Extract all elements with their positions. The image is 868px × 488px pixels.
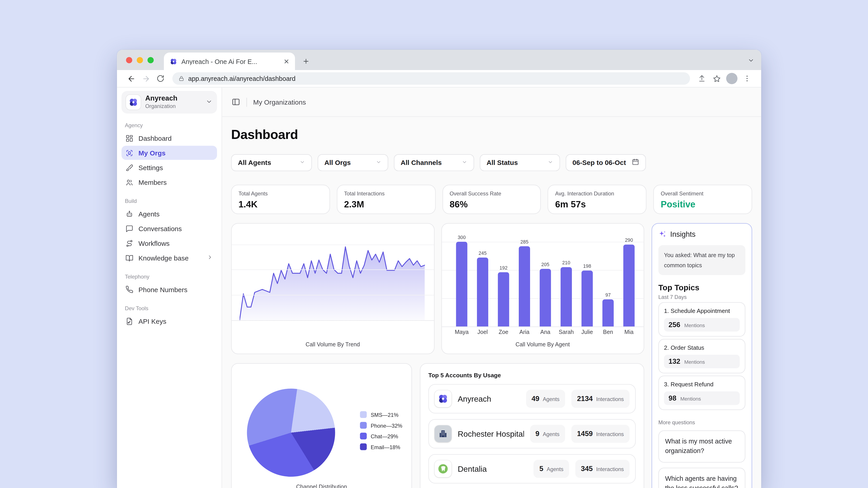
back-button[interactable] xyxy=(124,71,138,86)
bar-slot: 97Ben xyxy=(598,224,619,354)
topic-name: 2. Order Status xyxy=(664,344,740,351)
sidebar-item-api-keys[interactable]: API Keys xyxy=(122,314,217,328)
interactions-pill: 2134 Interactions xyxy=(571,390,629,408)
page-title: Dashboard xyxy=(231,127,752,142)
forward-button[interactable] xyxy=(138,71,153,86)
sidebar-item-members[interactable]: Members xyxy=(122,175,217,189)
suggested-question-1[interactable]: What is my most active organization? xyxy=(658,430,745,462)
bar-category-label: Maya xyxy=(451,329,472,335)
reload-button[interactable] xyxy=(153,71,168,86)
interactions-count: 1459 xyxy=(577,430,593,438)
bar-chart: 300Maya245Joel192Zoe285Aria205Ana210Sara… xyxy=(442,224,644,354)
bar-category-label: Sarah xyxy=(556,329,577,335)
bar xyxy=(477,257,488,326)
phone-icon xyxy=(125,286,133,293)
legend-label: Chat—29% xyxy=(371,433,398,439)
lower-grid: Call Volume By Trend 300Maya245Joel192Zo… xyxy=(231,223,752,488)
sidebar-item-conversations[interactable]: Conversations xyxy=(122,221,217,236)
main-area: My Organizations Dashboard All Agents Al… xyxy=(222,88,761,488)
section-label-agency: Agency xyxy=(125,122,214,128)
insights-header: Insights xyxy=(658,230,745,238)
account-row-dentalia[interactable]: Dentalia 5 Agents 345 Interactions xyxy=(428,454,636,484)
sidebar-item-my-orgs[interactable]: My Orgs xyxy=(122,146,217,160)
anyreach-favicon xyxy=(169,57,178,65)
agents-count: 9 xyxy=(535,430,539,438)
file-key-icon xyxy=(125,317,133,325)
stat-value: 6m 57s xyxy=(555,199,639,210)
brush-icon xyxy=(125,164,133,171)
minimize-window-button[interactable] xyxy=(137,57,143,63)
topic-name: 3. Request Refund xyxy=(664,381,740,387)
header-divider xyxy=(246,97,247,106)
legend-swatch xyxy=(360,444,367,450)
anyreach-logo xyxy=(126,95,141,109)
area-chart xyxy=(240,245,425,320)
tab-list-chevron-icon[interactable] xyxy=(748,56,754,66)
date-range-picker[interactable]: 06-Sep to 06-Oct xyxy=(566,154,646,171)
mentions-count: 98 xyxy=(669,394,677,402)
bar-slot: 290Mia xyxy=(618,224,640,354)
sidebar-item-dashboard[interactable]: Dashboard xyxy=(122,131,217,145)
filter-all-orgs[interactable]: All Orgs xyxy=(318,154,388,171)
account-row-rochester[interactable]: Rochester Hospital 9 Agents 1459 Interac… xyxy=(428,419,636,449)
filter-all-agents[interactable]: All Agents xyxy=(231,154,312,171)
url-text: app.anyreach.ai/anyreach/dashboard xyxy=(188,75,296,82)
account-row-anyreach[interactable]: Anyreach 49 Agents 2134 Interactions xyxy=(428,384,636,414)
profile-avatar[interactable] xyxy=(726,73,738,84)
address-bar[interactable]: app.anyreach.ai/anyreach/dashboard xyxy=(173,72,690,85)
more-questions-label: More questions xyxy=(658,419,745,425)
bar-value-label: 198 xyxy=(577,263,598,269)
agents-count: 49 xyxy=(531,395,539,403)
filter-label: All Status xyxy=(487,159,518,167)
sidebar-item-label: Members xyxy=(138,178,167,186)
chart-caption: Call Volume By Agent xyxy=(442,341,644,348)
bar-category-label: Aria xyxy=(514,329,535,335)
org-name: Anyreach xyxy=(145,95,178,103)
browser-menu-icon[interactable] xyxy=(740,71,754,86)
tab-close-icon[interactable]: ✕ xyxy=(284,58,289,65)
zoom-window-button[interactable] xyxy=(148,57,154,63)
app-root: Anyreach Organization Agency Dashboard M… xyxy=(117,88,761,488)
bookmark-star-icon[interactable] xyxy=(709,71,724,86)
sidebar-toggle-icon[interactable] xyxy=(232,98,240,106)
users-icon xyxy=(125,178,133,186)
sidebar-item-knowledge-base[interactable]: Knowledge base xyxy=(122,251,217,265)
bar-value-label: 205 xyxy=(535,261,556,267)
new-tab-button[interactable] xyxy=(298,54,313,68)
org-switcher[interactable]: Anyreach Organization xyxy=(122,91,217,113)
interactions-pill: 1459 Interactions xyxy=(571,425,629,443)
calendar-icon xyxy=(632,158,639,167)
desktop: Anyreach - One Ai For E... ✕ xyxy=(0,0,868,488)
close-window-button[interactable] xyxy=(126,57,132,63)
interactions-pill: 345 Interactions xyxy=(575,460,629,478)
sidebar-item-workflows[interactable]: Workflows xyxy=(122,236,217,250)
sidebar-item-phone-numbers[interactable]: Phone Numbers xyxy=(122,283,217,297)
filter-all-channels[interactable]: All Channels xyxy=(394,154,474,171)
browser-tab[interactable]: Anyreach - One Ai For E... ✕ xyxy=(164,53,295,70)
filter-all-status[interactable]: All Status xyxy=(480,154,560,171)
chevron-down-icon xyxy=(462,159,467,167)
bar xyxy=(519,246,530,326)
breadcrumb: My Organizations xyxy=(253,98,306,106)
share-upload-icon[interactable] xyxy=(694,71,709,86)
agents-label: Agents xyxy=(543,396,559,402)
stat-total-interactions: Total Interactions 2.3M xyxy=(337,185,435,214)
stat-label: Overall Success Rate xyxy=(450,191,534,197)
sidebar-item-label: Knowledge base xyxy=(138,254,189,262)
stat-sentiment: Overall Sentiment Positive xyxy=(653,185,752,214)
topic-card-3: 3. Request Refund 98 Mentions xyxy=(658,376,745,410)
window-controls[interactable] xyxy=(126,50,154,70)
section-label-build: Build xyxy=(125,198,214,204)
stat-total-agents: Total Agents 1.4K xyxy=(231,185,330,214)
sidebar-item-label: Settings xyxy=(138,164,163,171)
filter-label: All Channels xyxy=(401,159,442,167)
suggested-question-2[interactable]: Which agents are having the less success… xyxy=(658,467,745,488)
gridline xyxy=(232,320,434,321)
filter-label: All Agents xyxy=(238,159,271,167)
sidebar-item-agents[interactable]: Agents xyxy=(122,207,217,221)
stat-label: Overall Sentiment xyxy=(661,191,745,197)
chart-caption: Call Volume By Trend xyxy=(232,341,434,348)
sidebar-item-settings[interactable]: Settings xyxy=(122,160,217,175)
top-topics-subtitle: Last 7 Days xyxy=(658,294,745,300)
interactions-count: 345 xyxy=(581,465,593,473)
